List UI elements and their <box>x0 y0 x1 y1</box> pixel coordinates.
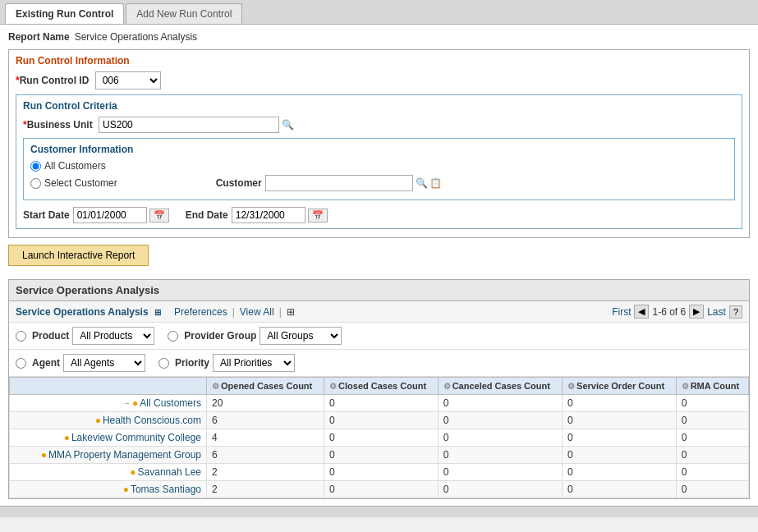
customer-lookup-icon[interactable]: 📋 <box>430 177 442 189</box>
run-control-section: Run Control Information Run Control ID 0… <box>8 49 750 238</box>
next-btn[interactable]: ▶ <box>689 305 704 319</box>
prev-btn[interactable]: ◀ <box>634 305 649 319</box>
bottom-bar <box>0 506 758 517</box>
customer-info-box: Customer Information All Customers Selec… <box>23 138 735 200</box>
last-link[interactable]: Last <box>707 306 726 318</box>
analysis-title: Service Operations Analysis <box>9 280 749 301</box>
business-unit-label: Business Unit <box>23 119 95 131</box>
start-date-field: Start Date 📅 <box>23 207 169 223</box>
product-select[interactable]: All Products <box>72 327 154 345</box>
priority-label: Priority <box>175 357 209 369</box>
data-table: ⚙Opened Cases Count ⚙Closed Cases Count … <box>9 377 749 498</box>
help-icon[interactable]: ? <box>729 305 742 319</box>
launch-btn-row: Launch Interactive Report <box>8 245 750 273</box>
customer-label: Customer <box>216 177 262 189</box>
launch-interactive-report-button[interactable]: Launch Interactive Report <box>8 245 149 266</box>
provider-group-filter: Provider Group All Groups <box>168 327 342 345</box>
end-date-input[interactable] <box>232 207 305 223</box>
customer-icon: ● <box>130 466 136 478</box>
select-customer-row: Select Customer Customer 🔍 📋 <box>30 175 728 191</box>
toolbar-nav: First ◀ 1-6 of 6 ▶ Last ? <box>612 305 742 319</box>
agent-radio[interactable] <box>16 358 26 369</box>
customer-link[interactable]: All Customers <box>140 397 201 409</box>
col-header-opened: ⚙Opened Cases Count <box>207 378 324 395</box>
start-date-cal-btn[interactable]: 📅 <box>149 209 169 222</box>
report-name-value: Service Operations Analysis <box>75 31 197 43</box>
select-customer-label: Select Customer <box>44 177 117 189</box>
grid-settings-icon[interactable]: ⊞ <box>154 308 161 317</box>
all-customers-row: All Customers <box>30 160 728 172</box>
table-row: ●Health Conscious.com60000 <box>10 412 749 429</box>
run-control-title: Run Control Information <box>16 55 742 66</box>
provider-group-label: Provider Group <box>184 330 256 342</box>
criteria-title: Run Control Criteria <box>23 100 735 112</box>
first-link[interactable]: First <box>612 306 631 318</box>
customer-icon: ● <box>123 484 129 495</box>
business-unit-search-icon[interactable]: 🔍 <box>282 119 294 131</box>
customer-icon: ● <box>41 449 47 461</box>
customer-search-icon[interactable]: 🔍 <box>416 177 428 189</box>
provider-group-select[interactable]: All Groups <box>260 327 342 345</box>
page-content: Report Name Service Operations Analysis … <box>0 25 758 506</box>
business-unit-input[interactable] <box>99 117 279 133</box>
agent-select[interactable]: All Agents <box>63 354 145 372</box>
agent-label: Agent <box>32 357 60 369</box>
end-date-field: End Date 📅 <box>186 207 328 223</box>
provider-group-radio[interactable] <box>168 331 178 342</box>
nav-count: 1-6 of 6 <box>652 306 686 318</box>
customer-info-title: Customer Information <box>30 144 728 155</box>
report-name-row: Report Name Service Operations Analysis <box>8 31 750 43</box>
toolbar-sep2: | <box>279 306 282 318</box>
grid-title: Service Operations Analysis ⊞ <box>16 306 161 318</box>
customer-input[interactable] <box>265 175 413 191</box>
customer-link[interactable]: Lakeview Community College <box>71 432 201 443</box>
end-date-cal-btn[interactable]: 📅 <box>308 209 328 222</box>
all-customers-radio[interactable] <box>30 161 41 172</box>
view-all-link[interactable]: View All <box>240 306 274 318</box>
end-date-label: End Date <box>186 209 228 221</box>
data-table-container: ⚙Opened Cases Count ⚙Closed Cases Count … <box>9 377 749 498</box>
tab-addnew[interactable]: Add New Run Control <box>126 3 242 24</box>
priority-filter: Priority All Priorities <box>158 354 295 372</box>
priority-select[interactable]: All Priorities <box>213 354 295 372</box>
customer-link[interactable]: Tomas Santiago <box>131 484 201 495</box>
run-control-id-select[interactable]: 006 <box>95 71 161 89</box>
run-control-id-row: Run Control ID 006 <box>16 71 742 89</box>
col-header-rma: ⚙RMA Count <box>676 378 748 395</box>
expand-icon[interactable]: − <box>125 399 130 408</box>
start-date-label: Start Date <box>23 209 70 221</box>
customer-link[interactable]: MMA Property Management Group <box>48 449 201 461</box>
run-control-id-dropdown[interactable]: 006 <box>95 71 161 89</box>
col-header-name <box>10 378 207 395</box>
product-filter: Product All Products <box>16 327 154 345</box>
preferences-link[interactable]: Preferences <box>174 306 227 318</box>
customer-link[interactable]: Savannah Lee <box>138 466 201 478</box>
col-header-canceled: ⚙Canceled Cases Count <box>438 378 562 395</box>
customer-field-group: Customer 🔍 📋 <box>216 175 442 191</box>
col-header-service-order: ⚙Service Order Count <box>563 378 677 395</box>
filter-row-2: Agent All Agents Priority All Priorities <box>9 350 749 377</box>
all-customers-label: All Customers <box>44 160 106 172</box>
priority-radio[interactable] <box>158 358 169 369</box>
report-name-label: Report Name <box>8 31 70 43</box>
table-row: ●Lakeview Community College40000 <box>10 429 749 447</box>
run-control-id-label: Run Control ID <box>16 75 92 86</box>
product-radio[interactable] <box>16 331 26 342</box>
grid-layout-icon[interactable]: ⊞ <box>287 306 295 318</box>
table-row: ●Tomas Santiago20000 <box>10 481 749 498</box>
customer-link[interactable]: Health Conscious.com <box>103 415 201 426</box>
customer-icon: ● <box>95 415 101 426</box>
select-customer-radio[interactable] <box>30 178 41 189</box>
table-row: −●All Customers200000 <box>10 395 749 412</box>
table-row: ●Savannah Lee20000 <box>10 464 749 481</box>
tabs-bar: Existing Run Control Add New Run Control <box>0 0 758 25</box>
grid-toolbar: Service Operations Analysis ⊞ Preference… <box>9 301 749 323</box>
start-date-input[interactable] <box>73 207 147 223</box>
filter-row-1: Product All Products Provider Group All … <box>9 323 749 350</box>
date-row: Start Date 📅 End Date 📅 <box>23 207 735 223</box>
customer-icon: ● <box>132 397 138 409</box>
run-control-criteria-box: Run Control Criteria Business Unit 🔍 Cus… <box>16 94 742 229</box>
table-row: ●MMA Property Management Group60000 <box>10 447 749 464</box>
tab-existing[interactable]: Existing Run Control <box>5 3 124 24</box>
agent-filter: Agent All Agents <box>16 354 145 372</box>
